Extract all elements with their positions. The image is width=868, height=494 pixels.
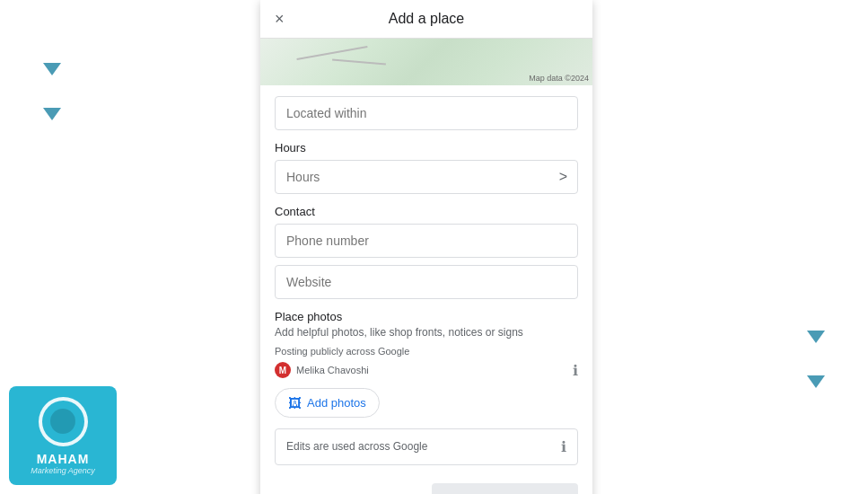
logo-circle: [39, 397, 88, 446]
add-place-modal: × Add a place Map data ©2024 Hours > Con…: [260, 0, 592, 494]
logo-main-text: MAHAM: [37, 452, 90, 466]
photos-section: Place photos Add helpful photos, like sh…: [275, 310, 578, 418]
hours-input-wrapper: >: [275, 160, 578, 194]
edits-label: Edits are used across Google: [286, 440, 427, 453]
contact-section: Contact: [275, 205, 578, 299]
left-triangle-2: [43, 108, 61, 120]
hours-field-group: Hours >: [275, 141, 578, 194]
user-name: Melika Chavoshi: [296, 365, 369, 375]
add-photos-button[interactable]: 🖼 Add photos: [275, 388, 380, 418]
edits-info-icon[interactable]: ℹ: [561, 438, 566, 455]
logo-inner: [50, 409, 75, 434]
logo-area: MAHAM Marketing Agency: [9, 386, 117, 485]
edits-bar: Edits are used across Google ℹ: [275, 428, 578, 465]
info-icon[interactable]: ℹ: [573, 362, 578, 379]
left-triangle-1: [43, 63, 61, 75]
right-triangles: [807, 331, 825, 388]
hours-input[interactable]: [275, 160, 578, 194]
website-input[interactable]: [275, 265, 578, 299]
map-preview: Map data ©2024: [260, 39, 592, 85]
contact-section-label: Contact: [275, 205, 578, 218]
posting-publicly-row: Posting publicly across Google: [275, 346, 578, 357]
user-row: M Melika Chavoshi ℹ: [275, 362, 578, 379]
modal-title: Add a place: [389, 11, 465, 27]
photos-section-title: Place photos: [275, 310, 578, 323]
hours-chevron-icon: >: [559, 169, 567, 185]
phone-input[interactable]: [275, 224, 578, 258]
modal-footer: Cancel Submit: [260, 476, 592, 494]
posting-label: Posting publicly across Google: [275, 346, 409, 357]
right-triangle-1: [807, 331, 825, 343]
photos-section-subtitle: Add helpful photos, like shop fronts, no…: [275, 325, 578, 340]
modal-header: × Add a place: [260, 0, 592, 39]
avatar: M: [275, 362, 291, 378]
submit-button[interactable]: Submit: [432, 483, 578, 494]
map-credit: Map data ©2024: [529, 74, 589, 83]
logo-sub-text: Marketing Agency: [31, 466, 95, 475]
right-triangle-2: [807, 375, 825, 388]
cancel-button[interactable]: Cancel: [275, 483, 421, 494]
add-photos-label: Add photos: [307, 396, 366, 410]
located-within-field-group: [275, 96, 578, 130]
add-photo-icon: 🖼: [288, 395, 302, 410]
left-triangles: [43, 63, 61, 120]
located-within-input[interactable]: [275, 96, 578, 130]
modal-body: Hours > Contact Place photos Add helpful…: [260, 96, 592, 476]
close-button[interactable]: ×: [271, 7, 288, 31]
hours-section-label: Hours: [275, 141, 578, 154]
